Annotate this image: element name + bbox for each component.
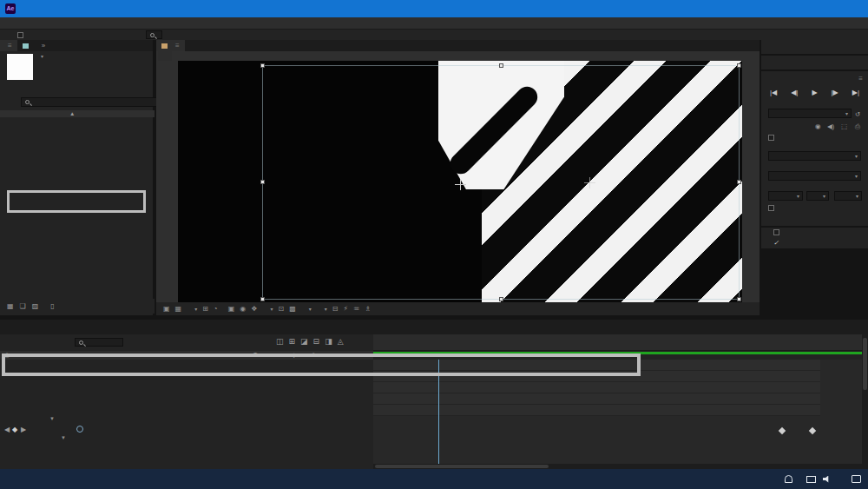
tab-project[interactable]: ≡ (0, 40, 17, 51)
share-icon[interactable]: ⎙ (855, 122, 860, 131)
range-select[interactable]: ▾ (768, 151, 861, 161)
frame-blending-icon[interactable]: ⊟ (313, 337, 320, 346)
show-snapshot-icon[interactable]: ◉ (240, 305, 246, 313)
preview-panel-header[interactable]: ≡ (761, 71, 868, 85)
tab-effect-controls[interactable] (17, 40, 36, 51)
render-cache-bar (373, 352, 862, 354)
next-frame-button[interactable]: |▶ (832, 89, 838, 96)
av-features-icons: ◉ ◐ ● (4, 352, 20, 359)
time-ruler[interactable] (373, 334, 862, 351)
stopwatch-icon[interactable] (76, 426, 83, 433)
tab-layer[interactable] (185, 40, 195, 51)
network-icon[interactable] (806, 476, 816, 483)
search-icon (79, 340, 83, 345)
selection-handle[interactable] (499, 63, 503, 68)
play-button[interactable]: ▶ (812, 89, 817, 96)
channels-icon[interactable]: ❖ (251, 305, 257, 313)
audio-keyframe[interactable] (779, 427, 786, 434)
audio-keyframe[interactable] (809, 427, 816, 434)
skip-select[interactable]: ▾ (806, 191, 829, 201)
mask-toggle-icon[interactable]: ◔ (214, 305, 218, 313)
play-from-select[interactable]: ▾ (768, 171, 861, 181)
shortcut-select[interactable]: ▾ (768, 109, 852, 118)
timeline-controls: ◫ ⊞ ◪ ⊟ ◨ ◬ (0, 334, 373, 351)
selection-handle[interactable] (260, 180, 265, 184)
action-center-icon[interactable] (852, 475, 861, 483)
prev-keyframe-icon[interactable]: ◀ (4, 426, 10, 433)
resolution-select[interactable]: ▾ (834, 191, 862, 201)
tab-composition[interactable]: ≡ (156, 40, 185, 51)
project-search-input[interactable] (21, 97, 165, 107)
panel-overflow-icon[interactable]: » (36, 40, 50, 51)
viewer-sub-tab[interactable] (158, 51, 172, 61)
selection-handle[interactable] (260, 63, 265, 68)
volume-icon[interactable] (823, 476, 831, 483)
move-time-checkbox[interactable]: ✓ (773, 239, 779, 245)
selection-handle[interactable] (737, 63, 741, 68)
track-area[interactable] (373, 360, 862, 469)
roi-icon[interactable]: ⊡ (278, 305, 284, 313)
timeline-search-input[interactable] (75, 338, 123, 347)
help-search-input[interactable] (146, 30, 162, 39)
reset-icon[interactable]: ↺ (855, 110, 860, 118)
cache-checkbox[interactable] (768, 135, 774, 141)
people-icon[interactable] (785, 475, 792, 483)
composition-flowchart-icon[interactable]: ◫ (276, 337, 284, 346)
playhead-line[interactable] (438, 360, 439, 469)
timeline-button-icon[interactable]: ♒ (353, 305, 359, 313)
include-audio-icon[interactable]: ◀) (827, 122, 834, 130)
cache-play-checkbox[interactable] (773, 229, 779, 235)
audio-waveform (373, 436, 820, 467)
new-folder-icon[interactable]: ❏ (20, 302, 26, 310)
footage-icon (23, 43, 29, 49)
first-frame-button[interactable]: |◀ (770, 89, 777, 96)
trash-icon[interactable]: ▯ (50, 302, 54, 310)
motion-blur-icon[interactable]: ◨ (325, 337, 332, 346)
always-preview-icon[interactable]: ▣ (163, 305, 170, 313)
add-keyframe-icon[interactable]: ◆ (12, 426, 17, 433)
selection-handle[interactable] (737, 297, 741, 301)
selection-handle[interactable] (260, 297, 265, 301)
right-sidebar: ≡ |◀ ◀| ▶ |▶ ▶| ▾ ↺ ◉ ◀) ⬚ ⎙ ▾ (761, 40, 868, 315)
grid-options-icon[interactable]: ⊞ (202, 305, 208, 313)
selection-handle[interactable] (499, 297, 503, 301)
transparency-grid-icon[interactable]: ▩ (289, 305, 296, 313)
pixel-aspect-icon[interactable]: ⊟ (332, 305, 339, 313)
timeline-tabs (0, 320, 868, 334)
project-panel: ≡ » ▾ ▲ ▦ ❏ ▨ (0, 40, 155, 315)
graph-editor-icon[interactable]: ◬ (338, 337, 344, 346)
search-icon (25, 100, 30, 104)
anchor-point-crosshair[interactable] (455, 179, 466, 190)
waveform-group-row[interactable]: ▼ (0, 435, 373, 445)
new-composition-icon[interactable]: ▨ (32, 302, 39, 310)
include-overlays-icon[interactable]: ⬚ (841, 122, 847, 130)
composition-viewer[interactable] (178, 61, 742, 302)
fullscreen-checkbox[interactable] (768, 205, 774, 211)
tab-footage[interactable] (195, 40, 206, 51)
include-video-icon[interactable]: ◉ (815, 122, 821, 130)
hide-shy-layers-icon[interactable]: ◪ (300, 337, 308, 346)
titlebar: Ae (0, 0, 868, 17)
timeline-vertical-scrollbar[interactable] (862, 334, 868, 469)
fast-previews-icon[interactable]: ⚡ (343, 305, 348, 313)
windows-taskbar (0, 469, 868, 489)
magnification-icon[interactable]: ▦ (175, 305, 182, 313)
panel-audio[interactable] (761, 56, 868, 69)
audio-level-row[interactable]: ◀ ◆ ▶ (0, 426, 373, 435)
interpret-footage-icon[interactable]: ▦ (7, 302, 14, 310)
snap-checkbox[interactable] (17, 32, 23, 38)
next-keyframe-icon[interactable]: ▶ (21, 426, 26, 433)
prev-frame-button[interactable]: ◀| (791, 89, 798, 96)
timeline-column-header[interactable]: ◉ ◐ ● T ◆ ■ ▲ ⊙ (0, 351, 373, 360)
audio-group-row[interactable]: ▼ (0, 416, 373, 426)
draft-3d-icon[interactable]: ⊞ (289, 337, 296, 346)
selection-handle[interactable] (737, 180, 741, 184)
snapshot-icon[interactable]: ▣ (228, 305, 235, 313)
panel-preview: ≡ |◀ ◀| ▶ |▶ ▶| ▾ ↺ ◉ ◀) ⬚ ⎙ ▾ (761, 71, 868, 226)
flowchart-icon[interactable]: ♗ (365, 305, 371, 313)
frame-rate-select[interactable]: ▾ (768, 191, 803, 201)
center-handle-crosshair[interactable] (584, 177, 595, 188)
toolbar (0, 30, 868, 40)
panel-info[interactable] (761, 40, 868, 54)
last-frame-button[interactable]: ▶| (852, 89, 859, 96)
